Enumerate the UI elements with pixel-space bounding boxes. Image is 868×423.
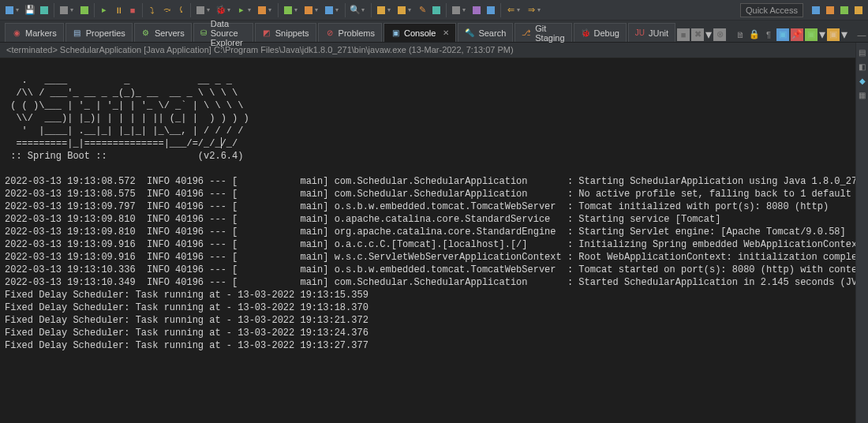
- dropdown-icon[interactable]: ▾: [841, 27, 847, 42]
- step-return-icon[interactable]: ⤹: [174, 4, 187, 17]
- step-over-icon[interactable]: ⤼: [160, 4, 173, 17]
- tab-git-staging[interactable]: ⎇Git Staging: [514, 23, 571, 42]
- debug-launch-icon[interactable]: 🐞: [215, 4, 227, 17]
- dropdown-icon[interactable]: ▾: [315, 6, 321, 13]
- debug-icon: 🐞: [581, 28, 590, 38]
- word-wrap-icon[interactable]: ¶: [762, 28, 775, 41]
- dropdown-icon[interactable]: ▾: [16, 6, 22, 13]
- save-all-icon[interactable]: [38, 4, 51, 17]
- servers-icon: ⚙: [141, 28, 151, 38]
- display-selected-icon[interactable]: ▣: [805, 28, 817, 41]
- dropdown-icon[interactable]: ▾: [248, 6, 254, 13]
- perspective-debug-icon[interactable]: [838, 4, 851, 17]
- tab-label: Problems: [339, 28, 375, 38]
- step-into-icon[interactable]: ⤵: [146, 4, 159, 17]
- tab-snippets[interactable]: ◩Snippets: [255, 23, 316, 42]
- console-output[interactable]: . ____ _ __ _ _ /\\ / ___'_ __ _ _(_)_ _…: [0, 58, 868, 423]
- tab-label: Snippets: [275, 28, 309, 38]
- view-tabstrip: ◉Markers ▤Properties ⚙Servers ⛁Data Sour…: [0, 21, 868, 43]
- minimap-icon[interactable]: ▦: [858, 90, 867, 99]
- new-class-icon[interactable]: [282, 4, 294, 17]
- pin-console-icon[interactable]: 📌: [791, 28, 803, 41]
- toggle-icon[interactable]: [58, 4, 70, 17]
- edit-icon[interactable]: ✎: [416, 4, 428, 17]
- launch-description: <terminated> SchedularApplication [Java …: [0, 43, 868, 58]
- open-type-icon[interactable]: [323, 4, 335, 17]
- pin-icon[interactable]: [470, 4, 483, 17]
- refresh-icon[interactable]: [430, 4, 443, 17]
- tab-servers[interactable]: ⚙Servers: [134, 23, 192, 42]
- console-toolbar: ■ ✖▾ ⊗ 🗎 🔒 ¶ ▣ 📌 ▣▾ ▣▾ — ▢: [677, 27, 868, 42]
- folder2-icon[interactable]: [395, 4, 408, 17]
- tab-label: Search: [478, 28, 506, 38]
- properties-icon: ▤: [73, 28, 82, 38]
- tab-problems[interactable]: ⊘Problems: [318, 23, 382, 42]
- dropdown-icon[interactable]: ▾: [207, 6, 213, 13]
- datasource-icon: ⛁: [200, 28, 207, 38]
- tab-label: Git Staging: [535, 24, 564, 43]
- dropdown-icon[interactable]: ▾: [70, 6, 77, 13]
- tab-label: Servers: [155, 28, 185, 38]
- bookmark-icon[interactable]: ◆: [858, 76, 867, 85]
- dropdown-icon[interactable]: ▾: [537, 6, 544, 13]
- problems-icon: ⊘: [325, 28, 335, 38]
- back-icon[interactable]: ⇐: [504, 4, 517, 17]
- external-tools-icon[interactable]: [256, 4, 268, 17]
- dropdown-icon[interactable]: ▾: [387, 6, 394, 13]
- dropdown-icon[interactable]: ▾: [268, 6, 275, 13]
- tab-datasource[interactable]: ⛁Data Source Explorer: [193, 23, 253, 42]
- tab-console[interactable]: ▣Console✕: [383, 23, 456, 42]
- tab-label: JUnit: [649, 28, 668, 38]
- dropdown-icon[interactable]: ▾: [227, 6, 234, 13]
- suspend-icon[interactable]: ⏸: [112, 4, 125, 17]
- quick-access-field[interactable]: Quick Access: [740, 3, 803, 17]
- new-package-icon[interactable]: [302, 4, 315, 17]
- folder-icon[interactable]: [375, 4, 387, 17]
- show-console-icon[interactable]: ▣: [776, 28, 789, 41]
- tab-label: Debug: [594, 28, 619, 38]
- save-icon[interactable]: 💾: [24, 4, 36, 17]
- terminate-console-icon[interactable]: ■: [677, 28, 690, 41]
- perspective-git-icon[interactable]: [852, 4, 865, 17]
- forward-icon[interactable]: ⇒: [525, 4, 537, 17]
- tab-label: Properties: [86, 28, 125, 38]
- tab-debug[interactable]: 🐞Debug: [574, 23, 627, 42]
- dropdown-icon[interactable]: ▾: [819, 27, 825, 42]
- tab-label: Markers: [25, 28, 57, 38]
- link-icon[interactable]: [450, 4, 462, 17]
- dropdown-icon[interactable]: ▾: [335, 6, 342, 13]
- scroll-lock-icon[interactable]: 🔒: [748, 28, 761, 41]
- dropdown-icon[interactable]: ▾: [408, 6, 414, 13]
- remove-all-icon[interactable]: ⊗: [713, 28, 726, 41]
- dropdown-icon[interactable]: ▾: [294, 6, 301, 13]
- terminate-icon[interactable]: ■: [126, 4, 139, 17]
- task-icon[interactable]: ◧: [858, 62, 867, 71]
- open-console-icon[interactable]: ▣: [827, 28, 840, 41]
- perspective-jee-icon[interactable]: [810, 4, 822, 17]
- tab-label: Data Source Explorer: [211, 19, 246, 47]
- perspective-java-icon[interactable]: [824, 4, 836, 17]
- filter-icon[interactable]: [485, 4, 497, 17]
- resume-icon[interactable]: ▸: [98, 4, 110, 17]
- search-icon: 🔦: [465, 28, 474, 38]
- search-toolbar-icon[interactable]: 🔍: [349, 4, 361, 17]
- dropdown-icon[interactable]: ▾: [462, 6, 469, 13]
- text-cursor: [221, 137, 222, 148]
- remove-launch-icon[interactable]: ✖: [691, 28, 704, 41]
- new-icon[interactable]: [3, 4, 16, 17]
- tab-label: Console: [404, 28, 436, 38]
- dropdown-icon[interactable]: ▾: [705, 27, 712, 42]
- tab-junit[interactable]: JUJUnit: [628, 23, 675, 42]
- build-icon[interactable]: [78, 4, 91, 17]
- tab-markers[interactable]: ◉Markers: [5, 23, 64, 42]
- outline-icon[interactable]: ▤: [858, 47, 867, 57]
- run-launch-icon[interactable]: ▸: [235, 4, 248, 17]
- minimize-icon[interactable]: —: [855, 28, 868, 41]
- tab-properties[interactable]: ▤Properties: [65, 23, 133, 42]
- tab-search[interactable]: 🔦Search: [458, 23, 513, 42]
- server-icon[interactable]: [194, 4, 207, 17]
- dropdown-icon[interactable]: ▾: [361, 6, 368, 13]
- close-icon[interactable]: ✕: [443, 28, 449, 37]
- dropdown-icon[interactable]: ▾: [517, 6, 523, 13]
- clear-console-icon[interactable]: 🗎: [734, 28, 746, 41]
